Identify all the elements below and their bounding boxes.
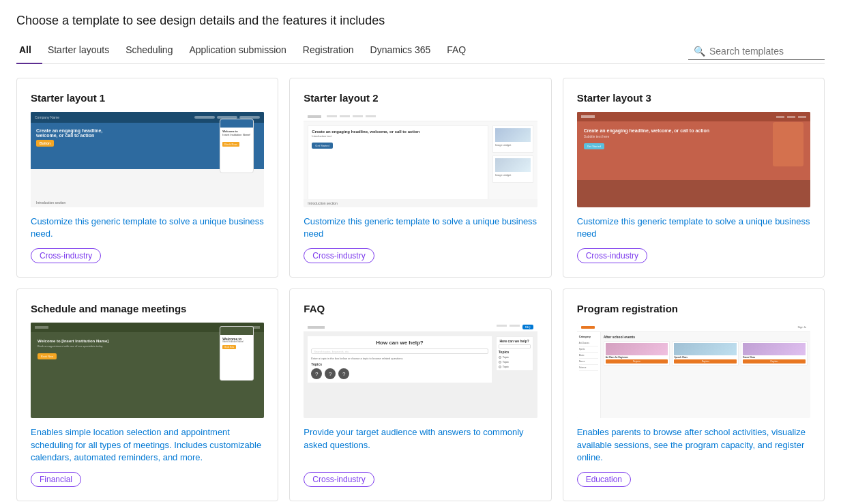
card-tag: Cross-industry bbox=[304, 248, 374, 263]
search-input[interactable] bbox=[709, 46, 818, 57]
card-title: Starter layout 3 bbox=[577, 92, 810, 104]
nav-tabs: All Starter layouts Scheduling Applicati… bbox=[16, 39, 688, 63]
card-description: Customize this generic template to solve… bbox=[31, 216, 264, 240]
card-description: Provide your target audience with answer… bbox=[304, 426, 537, 464]
card-preview: Create an engaging headline, welcome, or… bbox=[304, 112, 537, 207]
card-tag: Cross-industry bbox=[577, 248, 647, 263]
card-preview: FAQ How can we help? Search topics, keyw… bbox=[304, 323, 537, 418]
card-description: Enables parents to browse after school a… bbox=[577, 426, 810, 464]
card-tag: Financial bbox=[31, 472, 81, 487]
card-preview: Create an engaging headline, welcome, or… bbox=[577, 112, 810, 207]
template-card-starter-layout-3[interactable]: Starter layout 3 Create an engaging head… bbox=[563, 78, 825, 278]
card-title: Starter layout 1 bbox=[31, 92, 264, 104]
tab-scheduling[interactable]: Scheduling bbox=[120, 39, 183, 63]
tab-all[interactable]: All bbox=[16, 39, 42, 63]
tab-application-submission[interactable]: Application submission bbox=[183, 39, 297, 63]
template-card-starter-layout-1[interactable]: Starter layout 1 Company Name Create an … bbox=[16, 78, 278, 278]
card-description: Customize this generic template to solve… bbox=[577, 216, 810, 240]
tab-faq[interactable]: FAQ bbox=[441, 39, 477, 63]
card-preview: Welcome to [Insert Institution Name] Boo… bbox=[31, 323, 264, 418]
tab-starter-layouts[interactable]: Starter layouts bbox=[42, 39, 120, 63]
card-title: Schedule and manage meetings bbox=[31, 303, 264, 314]
nav-bar: All Starter layouts Scheduling Applicati… bbox=[16, 39, 825, 64]
tab-registration[interactable]: Registration bbox=[297, 39, 365, 63]
template-card-program-registration[interactable]: Program registration Sign In Category Ar… bbox=[563, 288, 825, 501]
search-container: 🔍 bbox=[688, 43, 825, 60]
template-card-faq[interactable]: FAQ FAQ How can we help? Search topics, … bbox=[289, 288, 551, 501]
card-title: Program registration bbox=[577, 303, 810, 314]
page-container: Choose a template to see design details … bbox=[0, 0, 841, 504]
search-icon: 🔍 bbox=[694, 46, 705, 57]
card-preview: Sign In Category Art Classes Sports Musi… bbox=[577, 323, 810, 418]
card-title: Starter layout 2 bbox=[304, 92, 537, 104]
card-preview: Company Name Create an engaging headline… bbox=[31, 112, 264, 207]
template-card-starter-layout-2[interactable]: Starter layout 2 Create an engaging head… bbox=[289, 78, 551, 278]
card-title: FAQ bbox=[304, 303, 537, 314]
card-tag: Cross-industry bbox=[304, 472, 374, 487]
tab-dynamics-365[interactable]: Dynamics 365 bbox=[365, 39, 442, 63]
card-description: Enables simple location selection and ap… bbox=[31, 426, 264, 464]
card-tag: Cross-industry bbox=[31, 248, 101, 263]
card-tag: Education bbox=[577, 472, 631, 487]
template-card-schedule-meetings[interactable]: Schedule and manage meetings Welcome to … bbox=[16, 288, 278, 501]
card-description: Customize this generic template to solve… bbox=[304, 216, 537, 240]
templates-grid: Starter layout 1 Company Name Create an … bbox=[16, 78, 825, 501]
page-title: Choose a template to see design details … bbox=[16, 14, 825, 28]
